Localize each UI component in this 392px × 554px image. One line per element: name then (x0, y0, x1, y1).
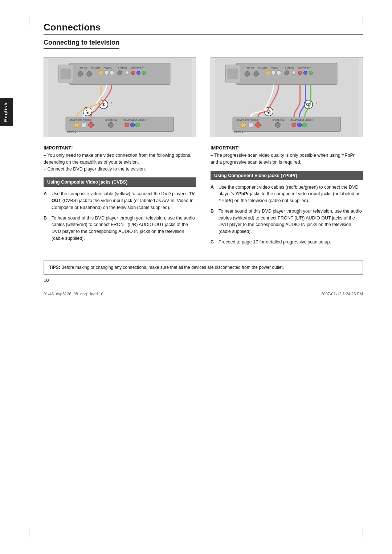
svg-point-65 (248, 122, 253, 127)
svg-text:②: ② (266, 109, 271, 115)
svg-text:BASS ▼: BASS ▼ (234, 131, 244, 134)
svg-point-31 (108, 122, 113, 127)
svg-point-51 (298, 71, 302, 75)
page-number: 10 (44, 278, 363, 283)
left-important-block: IMPORTANT! – You only need to make one v… (44, 145, 196, 172)
tips-box: TIPS: Before making or changing any conn… (44, 260, 363, 275)
right-sub-heading: Using Component Video jacks (YPbPr) (211, 171, 363, 180)
svg-text:RF OUT: RF OUT (91, 66, 101, 69)
margin-mark-tl (29, 17, 29, 25)
left-list-text-a: Use the composite video cable (yellow) t… (52, 190, 196, 211)
svg-point-48 (277, 71, 281, 75)
svg-text:S-VIDEO: S-VIDEO (285, 67, 294, 69)
svg-text:COMPOSITE AUDIO IN: COMPOSITE AUDIO IN (69, 119, 92, 121)
svg-point-14 (131, 71, 135, 75)
svg-text:COMPONENT VIDEO IN: COMPONENT VIDEO IN (123, 119, 147, 121)
content-row: IMPORTANT! – You only need to make one v… (44, 145, 363, 249)
diagrams-row: RF IN RF OUT AUDIO S-VIDEO COMPONENT (44, 57, 363, 137)
svg-point-72 (303, 123, 307, 127)
svg-point-71 (297, 123, 302, 127)
page: English Connections Connecting to televi… (0, 0, 392, 554)
svg-text:S-VIDEO IN: S-VIDEO IN (272, 119, 284, 121)
svg-text:COMPOSITE AUDIO IN: COMPOSITE AUDIO IN (236, 119, 259, 121)
svg-point-16 (142, 71, 146, 75)
svg-point-70 (292, 123, 296, 127)
margin-mark-tr (363, 17, 363, 25)
right-list-label-b: B (211, 208, 216, 235)
left-list-label-a: A (44, 190, 49, 211)
diagram-composite: RF IN RF OUT AUDIO S-VIDEO COMPONENT (44, 57, 196, 137)
right-important-text: – The progressive scan video quality is … (211, 152, 363, 166)
left-list-item-b: B To hear sound of this DVD player throu… (44, 215, 196, 242)
svg-point-52 (304, 71, 307, 75)
left-important-text-2: – Connect the DVD player directly to the… (44, 167, 146, 172)
right-list-label-c: C (211, 239, 216, 246)
left-column: IMPORTANT! – You only need to make one v… (44, 145, 196, 249)
right-important-label: IMPORTANT! (211, 145, 363, 151)
right-list-label-a: A (211, 184, 216, 204)
right-list-item-a: A Use the component video cables (red/bl… (211, 184, 363, 204)
svg-point-34 (130, 123, 135, 127)
tips-label: TIPS: (49, 265, 60, 270)
side-tab-label: English (3, 102, 8, 122)
svg-point-11 (110, 71, 114, 75)
svg-text:S-VIDEO IN: S-VIDEO IN (105, 119, 117, 121)
footer-right: 2007-02-12 1:24:25 PM (321, 292, 363, 296)
svg-point-45 (254, 71, 259, 77)
side-tab: English (0, 98, 13, 126)
svg-text:RF OUT: RF OUT (258, 66, 268, 69)
svg-point-15 (137, 71, 140, 75)
svg-rect-18 (61, 69, 72, 79)
page-footer: 01-43_dvp3126_98_eng1.indd 10 2007-02-12… (44, 292, 363, 296)
margin-mark-br (363, 529, 363, 537)
svg-point-50 (292, 71, 296, 75)
svg-text:←: ← (72, 109, 77, 115)
left-list-text-b: To hear sound of this DVD player through… (52, 215, 196, 242)
svg-point-7 (78, 71, 83, 77)
right-list-item-b: B To hear sound of this DVD player throu… (211, 208, 363, 235)
svg-text:COMPONENT VIDEO IN: COMPONENT VIDEO IN (290, 119, 314, 121)
svg-text:RF IN: RF IN (247, 66, 254, 69)
svg-point-44 (245, 71, 250, 77)
svg-text:AUDIO: AUDIO (103, 66, 112, 69)
right-list-text-b: To hear sound of this DVD player through… (219, 208, 363, 235)
svg-point-68 (275, 122, 280, 127)
svg-text:RF IN: RF IN (80, 66, 87, 69)
left-important-label: IMPORTANT! (44, 145, 196, 151)
right-column: IMPORTANT! – The progressive scan video … (211, 145, 363, 249)
svg-point-46 (266, 71, 270, 75)
right-list-item-c: C Proceed to page 17 for detailed progre… (211, 239, 363, 246)
svg-point-49 (285, 71, 289, 75)
svg-text:COMPONENT: COMPONENT (131, 67, 145, 69)
svg-point-33 (125, 123, 129, 127)
svg-point-29 (89, 122, 94, 127)
svg-point-27 (74, 122, 79, 127)
right-list-text-a: Use the component video cables (red/blue… (219, 184, 363, 204)
diagram-component: RF IN RF OUT AUDIO S-VIDEO COMPONENT (211, 57, 363, 137)
page-title: Connections (44, 22, 363, 35)
left-sub-heading: Using Composite Video jacks (CVBS) (44, 177, 196, 187)
left-list-label-b: B (44, 215, 49, 242)
svg-point-9 (99, 71, 103, 75)
svg-text:→: → (313, 100, 318, 106)
right-important-block: IMPORTANT! – The progressive scan video … (211, 145, 363, 166)
tips-text: Before making or changing any connection… (61, 265, 284, 270)
svg-point-10 (104, 71, 109, 75)
right-important-text-span: – The progressive scan video quality is … (211, 153, 355, 165)
svg-text:→: → (108, 100, 113, 106)
svg-point-12 (118, 71, 122, 75)
margin-mark-bl (29, 529, 29, 537)
section-heading: Connecting to television (44, 39, 119, 49)
svg-rect-55 (228, 69, 238, 79)
right-list-text-c: Proceed to page 17 for detailed progress… (219, 239, 363, 246)
left-list-item-a: A Use the composite video cable (yellow)… (44, 190, 196, 211)
svg-point-64 (241, 122, 246, 127)
left-important-text: – You only need to make one video connec… (44, 152, 196, 172)
svg-point-13 (125, 71, 129, 75)
svg-point-28 (81, 122, 86, 127)
svg-text:COMPONENT: COMPONENT (298, 67, 312, 69)
svg-point-8 (87, 71, 92, 77)
svg-text:AUDIO: AUDIO (270, 66, 279, 69)
footer-left: 01-43_dvp3126_98_eng1.indd 10 (44, 292, 103, 296)
svg-point-53 (309, 71, 313, 75)
